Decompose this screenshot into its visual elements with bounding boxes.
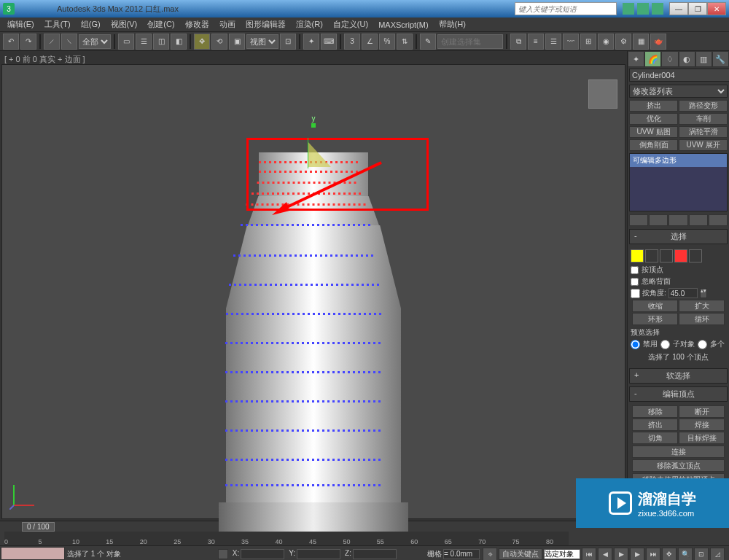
tab-hierarchy-icon[interactable]: ♢ [661, 51, 678, 67]
named-selection-input[interactable] [437, 34, 503, 49]
btn-break[interactable]: 断开 [679, 405, 725, 418]
viewport-label[interactable]: [ + 0 前 0 真实 + 边面 ] [4, 54, 85, 65]
close-button[interactable]: ✕ [707, 2, 726, 15]
tab-utilities-icon[interactable]: 🔧 [712, 51, 729, 67]
mod-uvwunwrap[interactable]: UVW 展开 [679, 139, 728, 151]
stack-config-icon[interactable] [709, 214, 728, 226]
menu-group[interactable]: 组(G) [77, 18, 105, 31]
tab-motion-icon[interactable]: ◐ [679, 51, 695, 67]
menu-views[interactable]: 视图(V) [106, 18, 142, 31]
menu-rendering[interactable]: 渲染(R) [292, 18, 327, 31]
angle-snap-icon[interactable]: ∠ [362, 34, 378, 50]
subobj-element-icon[interactable] [689, 249, 702, 262]
btn-connect[interactable]: 连接 [632, 446, 725, 458]
menu-animation[interactable]: 动画 [215, 18, 240, 31]
angle-input[interactable] [668, 288, 698, 298]
chk-byvertex[interactable] [631, 266, 639, 274]
selected-label[interactable] [544, 549, 580, 559]
help-icon[interactable] [652, 3, 663, 15]
curve-editor-icon[interactable]: 〰 [563, 34, 579, 50]
modifier-list[interactable]: 修改器列表 [629, 85, 728, 98]
prev-frame-icon[interactable]: ◀ [598, 548, 612, 560]
infocenter-icon[interactable] [623, 3, 634, 15]
goto-end-icon[interactable]: ⏭ [646, 548, 660, 560]
select-name-icon[interactable]: ☰ [136, 34, 152, 50]
snap-icon[interactable]: 3 [344, 34, 360, 50]
layers-icon[interactable]: ☰ [545, 34, 561, 50]
rollout-softselection[interactable]: 软选择 [629, 368, 728, 384]
ref-coord-system[interactable]: 视图 [246, 34, 278, 49]
selection-filter[interactable]: 全部 [79, 34, 111, 49]
btn-ring[interactable]: 环形 [632, 313, 678, 325]
gizmo-y-handle[interactable] [311, 123, 316, 128]
select-icon[interactable]: ▭ [118, 34, 134, 50]
viewport[interactable]: [ + 0 前 0 真实 + 边面 ] y [0, 51, 627, 521]
keymode-icon[interactable]: ⌨ [321, 34, 337, 50]
btn-loop[interactable]: 循环 [679, 313, 725, 325]
subobj-border-icon[interactable] [660, 249, 673, 262]
help-search-input[interactable] [515, 2, 617, 15]
render-frame-icon[interactable]: ▦ [633, 34, 649, 50]
nav-zoom-icon[interactable]: 🔍 [678, 548, 693, 560]
radio-multi[interactable] [698, 340, 707, 349]
mod-uvwmap[interactable]: UVW 贴图 [629, 126, 678, 138]
move-icon[interactable]: ✥ [194, 34, 210, 50]
star-icon[interactable] [637, 3, 649, 15]
scale-icon[interactable]: ▣ [229, 34, 245, 50]
script-listener[interactable] [1, 547, 65, 560]
menu-customize[interactable]: 自定义(U) [329, 18, 373, 31]
material-editor-icon[interactable]: ◉ [598, 34, 614, 50]
stack-showend-icon[interactable] [649, 214, 668, 226]
btn-weld[interactable]: 焊接 [679, 419, 725, 431]
redo-icon[interactable]: ↷ [20, 34, 36, 50]
object-name-input[interactable] [629, 69, 729, 82]
link-icon[interactable]: ⟋ [44, 34, 60, 50]
menu-grapheditors[interactable]: 图形编辑器 [241, 18, 290, 31]
percent-snap-icon[interactable]: % [379, 34, 395, 50]
align-icon[interactable]: ≡ [528, 34, 544, 50]
angle-spinner[interactable]: ▴▾ [700, 288, 707, 298]
nav-zoomext-icon[interactable]: ⊡ [694, 548, 709, 560]
minimize-button[interactable]: — [669, 2, 688, 15]
btn-shrink[interactable]: 收缩 [632, 300, 678, 312]
select-region-icon[interactable]: ◫ [153, 34, 169, 50]
modifier-stack[interactable]: 可编辑多边形 [629, 153, 728, 211]
render-setup-icon[interactable]: ⚙ [615, 34, 631, 50]
viewport-canvas[interactable]: y [1, 64, 625, 519]
mod-turbosmooth[interactable]: 涡轮平滑 [679, 126, 728, 138]
subobj-vertex-icon[interactable] [631, 249, 644, 262]
mirror-icon[interactable]: ⧉ [510, 34, 526, 50]
menu-create[interactable]: 创建(C) [143, 18, 179, 31]
render-icon[interactable]: 🫖 [650, 34, 666, 50]
maximize-button[interactable]: ❐ [688, 2, 707, 15]
menu-tools[interactable]: 工具(T) [40, 18, 75, 31]
menu-help[interactable]: 帮助(H) [434, 18, 470, 31]
mod-bevelprofile[interactable]: 倒角剖面 [629, 139, 678, 151]
btn-targetweld[interactable]: 目标焊接 [679, 432, 725, 444]
stack-remove-icon[interactable] [689, 214, 708, 226]
next-frame-icon[interactable]: ▶ [630, 548, 644, 560]
time-ruler[interactable]: 05101520253035404550556065707580 [4, 532, 569, 545]
rollout-editvertices[interactable]: 编辑顶点 [629, 386, 728, 402]
menu-modifiers[interactable]: 修改器 [181, 18, 214, 31]
btn-removeiso[interactable]: 移除孤立顶点 [632, 459, 725, 472]
lock-icon[interactable] [218, 549, 228, 559]
window-crossing-icon[interactable]: ◧ [171, 34, 187, 50]
unlink-icon[interactable]: ⟍ [61, 34, 77, 50]
btn-grow[interactable]: 扩大 [679, 300, 725, 312]
coord-x-input[interactable] [241, 549, 284, 559]
autokey-button[interactable]: 自动关键点 [499, 548, 542, 560]
subobj-edge-icon[interactable] [645, 249, 658, 262]
btn-remove[interactable]: 移除 [632, 405, 678, 418]
mod-lathe[interactable]: 车削 [679, 113, 728, 125]
edit-selset-icon[interactable]: ✎ [420, 34, 436, 50]
keymode-toggle-icon[interactable]: ⎆ [483, 548, 497, 560]
schematic-icon[interactable]: ⊞ [580, 34, 596, 50]
tab-create-icon[interactable]: ✦ [628, 51, 644, 67]
goto-start-icon[interactable]: ⏮ [582, 548, 596, 560]
spinner-snap-icon[interactable]: ⇅ [397, 34, 413, 50]
play-icon[interactable]: ▶ [614, 548, 628, 560]
chk-ignoreback[interactable] [631, 278, 639, 286]
nav-pan-icon[interactable]: ✥ [662, 548, 677, 560]
stack-pin-icon[interactable] [629, 214, 648, 226]
